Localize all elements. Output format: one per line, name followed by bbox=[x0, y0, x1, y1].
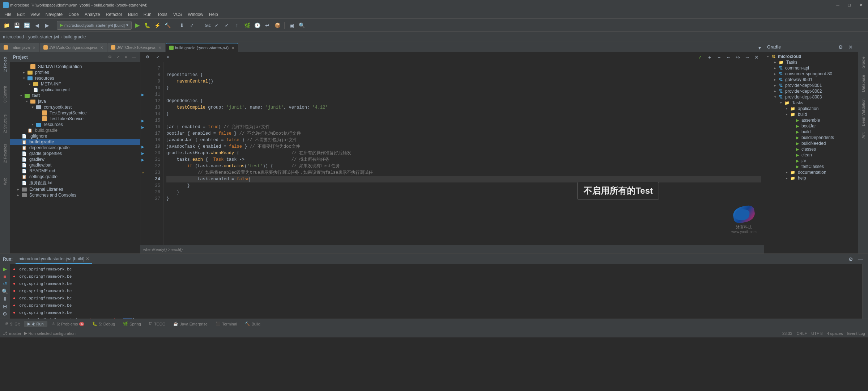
tree-arrow-scratches[interactable] bbox=[16, 193, 20, 197]
tab-build-gradle[interactable]: build.gradle (:yootk-starter-jwt) ✕ bbox=[166, 43, 239, 52]
tree-meta-inf[interactable]: META-INF bbox=[10, 81, 140, 87]
menu-window[interactable]: Window bbox=[185, 10, 206, 18]
breadcrumb-module[interactable]: yootk-starter-jwt bbox=[28, 34, 59, 39]
tree-build-gradle-sub[interactable]: 📋 build.gradle bbox=[10, 127, 140, 133]
editor-format-btn[interactable]: ≡ bbox=[163, 53, 172, 62]
editor-arrow2-btn[interactable]: → bbox=[743, 53, 752, 62]
terminal-btn[interactable]: ▣ bbox=[287, 21, 296, 30]
menu-tools[interactable]: Tools bbox=[154, 10, 170, 18]
run-button[interactable]: ▶ bbox=[133, 21, 142, 30]
editor-checkmark-btn[interactable]: ✓ bbox=[696, 53, 705, 62]
bottom-tab-git[interactable]: ⑨ 9: Git bbox=[1, 321, 23, 327]
gradle-provider-8001[interactable]: 🏗 provider-dept-8001 bbox=[764, 83, 858, 88]
menu-vcs[interactable]: VCS bbox=[170, 10, 185, 18]
bottom-tab-build[interactable]: 🔨 Build bbox=[241, 321, 264, 327]
run-close-btn[interactable]: — bbox=[856, 255, 865, 264]
editor-expand-btn[interactable]: ⤢ bbox=[153, 53, 162, 62]
gradle-help[interactable]: 📁 help bbox=[764, 175, 858, 181]
editor-minus-btn[interactable]: − bbox=[715, 53, 723, 62]
menu-build[interactable]: Build bbox=[125, 10, 141, 18]
bottom-tab-debug[interactable]: 🐛 5: Debug bbox=[89, 321, 119, 327]
tab-ation[interactable]: ...ation.java ✕ bbox=[0, 43, 39, 52]
indent-status[interactable]: 4 spaces bbox=[827, 331, 843, 336]
run-play-btn[interactable]: ▶ bbox=[1, 266, 9, 273]
strip-structure-btn[interactable]: Z: Structure bbox=[1, 113, 9, 135]
line-sep-status[interactable]: CRLF bbox=[797, 331, 807, 336]
tree-start-jwt[interactable]: StartJWTConfiguration bbox=[10, 64, 140, 70]
bottom-tab-problems[interactable]: ⚠ 6: Problems 6 bbox=[48, 321, 88, 327]
gradle-builddependents[interactable]: ▶ buildDependents bbox=[764, 135, 858, 140]
git-fetch-btn[interactable]: ↑ bbox=[233, 21, 241, 30]
tab-jwt-check[interactable]: JWTCheckToken.java ✕ bbox=[107, 43, 165, 52]
line-col-status[interactable]: 23:33 bbox=[782, 331, 792, 336]
tree-external-libs[interactable]: External Libraries bbox=[10, 186, 140, 192]
run-fold-btn[interactable]: ⊟ bbox=[1, 303, 9, 310]
menu-navigate[interactable]: Navigate bbox=[43, 10, 65, 18]
encoding-status[interactable]: UTF-8 bbox=[811, 331, 822, 336]
gradle-assemble[interactable]: ▶ assemble bbox=[764, 117, 858, 123]
gradle-microcloud[interactable]: 🏗 microcloud bbox=[764, 54, 858, 59]
tab-close-ation[interactable]: ✕ bbox=[33, 46, 35, 50]
far-right-database[interactable]: Database bbox=[861, 72, 865, 95]
run-configuration-dropdown[interactable]: ▶ microcloud:yootk-starter-jwt [build] ▾ bbox=[57, 21, 132, 30]
tree-gradle-props[interactable]: 📄 gradle.properties bbox=[10, 151, 140, 156]
run-stop-btn[interactable]: ■ bbox=[1, 273, 9, 280]
git-pull-btn[interactable]: ✓ bbox=[222, 21, 231, 30]
bottom-tab-terminal[interactable]: ⬛ Terminal bbox=[212, 321, 241, 327]
gradle-testclasses[interactable]: ▶ testClasses bbox=[764, 164, 858, 169]
bottom-tab-run[interactable]: ▶ 4: Run bbox=[24, 321, 47, 327]
gradle-tasks-root[interactable]: 📁 Tasks bbox=[764, 59, 858, 65]
tree-resources1[interactable]: resources bbox=[10, 75, 140, 81]
editor-arrow-btn[interactable]: ← bbox=[724, 53, 733, 62]
tab-close-build-gradle[interactable]: ✕ bbox=[231, 46, 234, 50]
gradle-jar[interactable]: ▶ jar bbox=[764, 158, 858, 164]
menu-code[interactable]: Code bbox=[65, 10, 82, 18]
strip-commit-btn[interactable]: 0: Commit bbox=[1, 83, 9, 105]
strip-web-btn[interactable]: Web bbox=[1, 172, 9, 190]
menu-analyze[interactable]: Analyze bbox=[82, 10, 103, 18]
editor-add-btn[interactable]: + bbox=[705, 53, 714, 62]
toolbar-vcs-update[interactable]: ⬇ bbox=[178, 21, 186, 30]
tree-profiles[interactable]: profiles bbox=[10, 70, 140, 75]
breadcrumb-file[interactable]: build.gradle bbox=[63, 34, 86, 39]
tree-arrow-resources1[interactable] bbox=[22, 76, 26, 80]
editor-align-btn[interactable]: ⇔ bbox=[733, 53, 742, 62]
gradle-classes[interactable]: ▶ classes bbox=[764, 146, 858, 152]
tab-dropdown-btn[interactable]: ▾ bbox=[755, 43, 764, 52]
gradle-close-btn[interactable]: ✕ bbox=[846, 43, 855, 51]
tree-config-txt[interactable]: 📄 服务配置.txt bbox=[10, 180, 140, 186]
gradle-provider-8002[interactable]: 🏗 provider-dept-8002 bbox=[764, 88, 858, 94]
menu-edit[interactable]: Edit bbox=[14, 10, 27, 18]
tree-test-encrypt[interactable]: TestEncryptService bbox=[10, 110, 140, 116]
run-settings2-btn[interactable]: ⚙ bbox=[1, 310, 9, 317]
run-rerun-btn[interactable]: ↺ bbox=[1, 281, 9, 287]
tree-appyml[interactable]: 📄 application.yml bbox=[10, 87, 140, 93]
search-everywhere-btn[interactable]: 🔍 bbox=[297, 21, 306, 30]
far-right-bean-validation[interactable]: Bean Validation bbox=[861, 96, 865, 129]
far-right-ant[interactable]: Ant bbox=[861, 130, 865, 142]
gradle-consumer-springboot[interactable]: 🏗 consumer-springboot-80 bbox=[764, 71, 858, 77]
coverage-button[interactable]: ⚡ bbox=[153, 21, 162, 30]
tree-gitignore[interactable]: 📄 .gitignore bbox=[10, 133, 140, 139]
run-tab-build[interactable]: microcloud:yootk-starter-jwt [build] ✕ bbox=[16, 254, 92, 264]
editor-close-btn[interactable]: ✕ bbox=[752, 53, 761, 62]
gradle-clean[interactable]: ▶ clean bbox=[764, 152, 858, 158]
breadcrumb-microcloud[interactable]: microcloud bbox=[3, 34, 24, 39]
strip-favorites-btn[interactable]: 2: Favorites bbox=[1, 143, 9, 164]
gradle-tasks-8003[interactable]: 📁 Tasks bbox=[764, 100, 858, 106]
code-editor[interactable]: ▶ ▶ ▶ ▶ ▶ ▶ ⚠ bbox=[140, 62, 764, 245]
git-revert-btn[interactable]: ↩ bbox=[263, 21, 272, 30]
gradle-buildneeded[interactable]: ▶ buildNeeded bbox=[764, 140, 858, 146]
tree-arrow-java[interactable] bbox=[25, 99, 29, 104]
gradle-application[interactable]: 📁 application bbox=[764, 106, 858, 112]
toolbar-build-btn[interactable]: 🔨 bbox=[163, 21, 172, 30]
gradle-provider-8003[interactable]: 🏗 provider-dept-8003 bbox=[764, 94, 858, 100]
git-history-btn[interactable]: 🕐 bbox=[253, 21, 261, 30]
menu-view[interactable]: View bbox=[27, 10, 43, 18]
tree-readme[interactable]: 📄 README.md bbox=[10, 168, 140, 174]
toolbar-sync-btn[interactable]: 🔄 bbox=[22, 21, 31, 30]
tree-scratches[interactable]: Scratches and Consoles bbox=[10, 192, 140, 198]
code-area[interactable]: repositories { mavenCentral() } dependen… bbox=[163, 62, 764, 245]
tree-deps-gradle[interactable]: 📋 dependencies.gradle bbox=[10, 145, 140, 151]
gradle-build-task[interactable]: ▶ build bbox=[764, 129, 858, 135]
